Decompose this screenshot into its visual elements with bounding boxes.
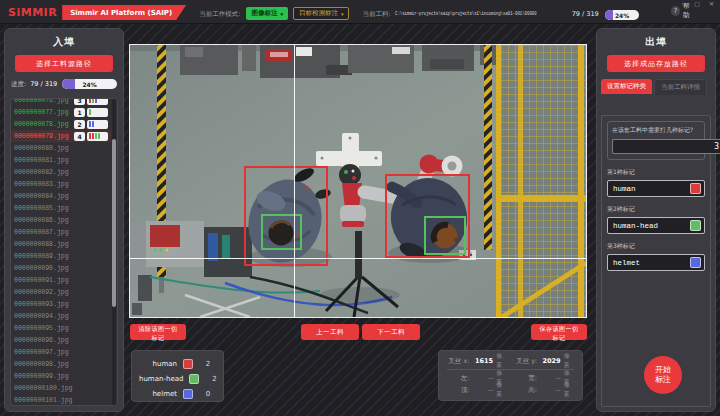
file-name: 0000000088.jpg <box>14 241 108 248</box>
select-source-path-button[interactable]: 选择工料源路径 <box>15 55 113 72</box>
file-list-item[interactable]: 0000000091.jpg <box>11 274 111 286</box>
file-name: 00000000100.jpg <box>14 385 108 392</box>
clear-marks-button[interactable]: 清除该图一切标记 <box>130 324 186 340</box>
file-list-item[interactable]: 0000000085.jpg <box>11 202 111 214</box>
crosshair-vertical <box>294 45 295 317</box>
file-list-item[interactable]: 0000000083.jpg <box>11 178 111 190</box>
next-item-button[interactable]: 下一工料 <box>362 324 420 340</box>
tab-set-mark-types[interactable]: 设置标记种类 <box>601 79 652 94</box>
mark-count-box: 在该套工料中需要打几种标记? 确定 <box>607 121 705 160</box>
file-name: 0000000091.jpg <box>14 277 108 284</box>
mark-group: 第3种标记 <box>607 242 705 271</box>
file-list-item[interactable]: 0000000095.jpg <box>11 322 111 334</box>
maximize-button[interactable]: ▢ <box>694 1 700 7</box>
mark-count-input[interactable] <box>612 139 720 154</box>
crosshair-y-label: 叉丝 y: <box>515 357 537 366</box>
file-list-item[interactable]: 0000000081.jpg <box>11 154 111 166</box>
file-meta: 3 <box>74 98 108 105</box>
file-name: 0000000095.jpg <box>14 325 108 332</box>
file-list-item[interactable]: 0000000093.jpg <box>11 298 111 310</box>
file-list-item[interactable]: 00000000100.jpg <box>11 382 111 394</box>
file-name: 0000000076.jpg <box>14 98 74 104</box>
legend-label: helmet <box>139 390 177 398</box>
file-name: 0000000097.jpg <box>14 349 108 356</box>
app-window: ─ ▢ ✕ SiMMIR Simmir AI Platform (SAIP) 当… <box>0 0 720 416</box>
legend-row: human-head 2 <box>139 371 216 386</box>
file-list-item[interactable]: 0000000076.jpg 3 <box>11 98 111 106</box>
file-list-item[interactable]: 0000000097.jpg <box>11 346 111 358</box>
annotation-count-badge: 2 <box>74 120 85 129</box>
save-marks-button[interactable]: 保存该图一切标记 <box>531 324 587 340</box>
legend-count: 2 <box>200 360 216 368</box>
file-list-item[interactable]: 0000000086.jpg <box>11 214 111 226</box>
work-mode-label: 当前工作模式: <box>199 8 240 20</box>
file-list-item[interactable]: 0000000078.jpg 2 <box>11 118 111 130</box>
file-list-item[interactable]: 0000000099.jpg <box>11 370 111 382</box>
start-annotation-button[interactable]: 开始标注 <box>644 356 682 394</box>
legend-row: helmet 0 <box>139 386 216 401</box>
question-mark-icon: ? <box>671 6 680 16</box>
mark-name-input[interactable] <box>613 259 690 267</box>
mark-color-swatch[interactable] <box>690 257 701 268</box>
legend-color-swatch <box>189 374 199 384</box>
annotation-box-human-head[interactable] <box>261 214 302 250</box>
file-list-item[interactable]: 0000000090.jpg <box>11 262 111 274</box>
close-button[interactable]: ✕ <box>709 1 714 7</box>
file-list-item[interactable]: 0000000094.jpg <box>11 310 111 322</box>
mark-name-input[interactable] <box>613 222 690 230</box>
box-left-value: -- <box>472 374 493 382</box>
file-name: 0000000089.jpg <box>14 253 108 260</box>
annotation-box-human-head[interactable] <box>424 216 466 255</box>
file-list-item[interactable]: 0000000089.jpg <box>11 250 111 262</box>
scrollbar-thumb[interactable] <box>112 139 116 307</box>
mark-input-row <box>607 180 705 197</box>
divider <box>447 369 574 370</box>
detection-mode-button[interactable]: 目标检测标注 ▾ <box>293 7 350 20</box>
image-annotation-mode-button[interactable]: 图像标注 ▾ <box>246 7 288 20</box>
file-name: 0000000085.jpg <box>14 205 108 212</box>
file-meta: 1 <box>74 108 108 117</box>
file-list-item[interactable]: 0000000082.jpg <box>11 166 111 178</box>
annotation-count-badge: 1 <box>74 108 85 117</box>
tab-current-file-details[interactable]: 当前工料详情 <box>654 79 707 95</box>
mark-input-row <box>607 254 705 271</box>
file-list-item[interactable]: 0000000080.jpg <box>11 142 111 154</box>
file-name: 0000000082.jpg <box>14 169 108 176</box>
select-output-path-button[interactable]: 选择成品存放路径 <box>607 55 705 72</box>
minimize-button[interactable]: ─ <box>682 1 686 7</box>
file-name: 0000000084.jpg <box>14 193 108 200</box>
output-panel-title: 出埠 <box>597 35 715 49</box>
box-top-label: 顶: <box>447 386 469 395</box>
mark-color-swatch[interactable] <box>690 183 701 194</box>
file-list-item[interactable]: 00000000101.jpg <box>11 394 111 406</box>
mark-name-input[interactable] <box>613 185 690 193</box>
progress-percent: 24% <box>605 10 640 20</box>
legend-color-swatch <box>183 389 193 399</box>
box-width-label: 宽: <box>515 374 537 383</box>
file-list-scrollbar <box>112 99 116 405</box>
file-list-item[interactable]: 0000000092.jpg <box>11 286 111 298</box>
photo-canvas[interactable] <box>130 45 586 317</box>
prev-item-button[interactable]: 上一工料 <box>301 324 359 340</box>
file-list-item[interactable]: 0000000084.jpg <box>11 190 111 202</box>
file-name: 0000000092.jpg <box>14 289 108 296</box>
box-width-value: -- <box>540 374 561 382</box>
file-list-item[interactable]: 0000000077.jpg 1 <box>11 106 111 118</box>
file-list-item[interactable]: 0000000098.jpg <box>11 358 111 370</box>
platform-banner: Simmir AI Platform (SAIP) <box>62 5 186 20</box>
file-list-item[interactable]: 0000000087.jpg <box>11 226 111 238</box>
class-bars <box>87 120 108 129</box>
legend-panel: human 2 human-head 2 helmet 0 <box>131 350 224 402</box>
file-list-item[interactable]: 0000000079.jpg 4 <box>11 130 111 142</box>
mark-color-swatch[interactable] <box>690 220 701 231</box>
class-bars <box>87 98 108 105</box>
progress-percent: 24% <box>62 79 117 89</box>
crosshair-x-label: 叉丝 x: <box>447 357 469 366</box>
mark-input-row <box>607 217 705 234</box>
file-list-item[interactable]: 0000000096.jpg <box>11 334 111 346</box>
file-name: 0000000081.jpg <box>14 157 108 164</box>
crosshair-x-value: 1615 <box>472 357 493 365</box>
file-meta: 4 <box>74 132 108 141</box>
file-list-item[interactable]: 0000000088.jpg <box>11 238 111 250</box>
coords-info-panel: 叉丝 x: 1615 像素 叉丝 y: 2029 像素 左: -- 像素 宽: … <box>438 350 583 401</box>
